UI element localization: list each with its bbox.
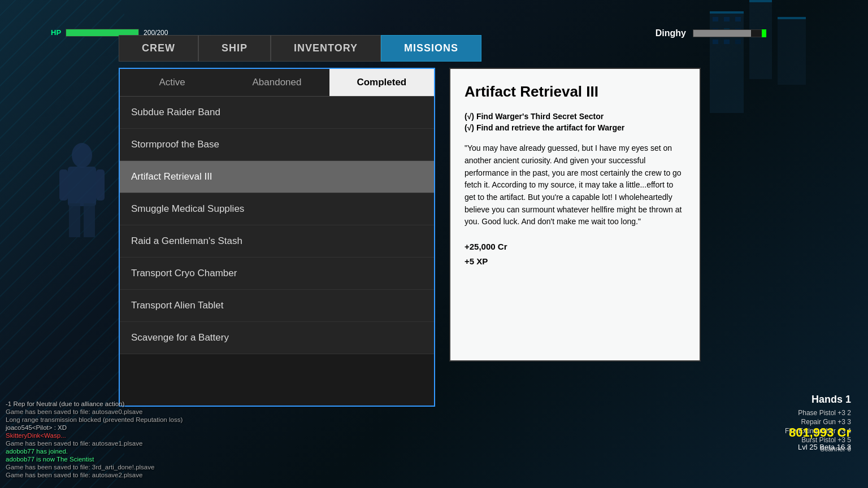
chat-line-7: adobob77 has joined. — [6, 448, 209, 455]
hands-title: Hands 1 — [785, 394, 851, 406]
mission-objective-2: (√) Find and retrieve the artifact for W… — [465, 123, 685, 132]
missions-panel: Active Abandoned Completed Subdue Raider… — [119, 68, 435, 407]
mission-objectives: (√) Find Warger's Third Secret Sector (√… — [465, 112, 685, 132]
mission-rewards: +25,000 Cr +5 XP — [465, 239, 685, 268]
chat-line-3: Long range transmission blocked (prevent… — [6, 416, 209, 423]
mission-description: "You may have already guessed, but I hav… — [465, 142, 685, 228]
mission-objective-1: (√) Find Warger's Third Secret Sector — [465, 112, 685, 121]
tab-inventory[interactable]: INVENTORY — [271, 35, 381, 62]
player-bar-fill — [693, 30, 751, 37]
hands-item-1: Phase Pistol +3 2 — [785, 409, 851, 417]
svg-rect-2 — [778, 17, 806, 85]
mission-reward-2: +5 XP — [465, 254, 685, 269]
svg-rect-8 — [735, 17, 741, 21]
mission-item-2[interactable]: Stormproof the Base — [120, 129, 434, 161]
tab-crew[interactable]: CREW — [119, 35, 198, 62]
mission-item-8[interactable]: Scavenge for a Battery — [120, 322, 434, 354]
player-bar-accent — [762, 29, 766, 37]
chat-line-6: Game has been saved to file: autosave1.p… — [6, 440, 209, 447]
svg-rect-0 — [710, 11, 744, 113]
svg-point-15 — [72, 143, 92, 168]
chat-line-4: joaco545<Pilot> : XD — [6, 424, 209, 431]
mission-list[interactable]: Subdue Raider Band Stormproof the Base A… — [120, 97, 434, 402]
credits-display: 801,993 Cr — [789, 425, 851, 440]
svg-rect-20 — [96, 169, 105, 201]
subtab-active[interactable]: Active — [120, 69, 224, 96]
subtab-abandoned[interactable]: Abandoned — [224, 69, 329, 96]
nav-tabs: CREW SHIP INVENTORY MISSIONS — [119, 35, 481, 62]
svg-rect-16 — [68, 167, 96, 206]
subtab-completed[interactable]: Completed — [329, 69, 434, 96]
mission-detail-panel: Artifact Retrieval III (√) Find Warger's… — [449, 68, 701, 361]
player-bar — [693, 29, 766, 37]
chat-line-2: Game has been saved to file: autosave0.p… — [6, 408, 209, 415]
svg-rect-1 — [749, 0, 772, 79]
chat-line-9: Game has been saved to file: 3rd_arti_do… — [6, 464, 209, 470]
tab-ship[interactable]: SHIP — [198, 35, 271, 62]
svg-rect-5 — [778, 17, 806, 19]
mission-item-7[interactable]: Transport Alien Tablet — [120, 290, 434, 322]
svg-rect-12 — [713, 40, 718, 44]
level-display: Lvl 25 Beta 16.3 — [798, 443, 851, 451]
building-decoration — [698, 0, 811, 113]
chat-line-5: SkitteryDink<Wasp... — [6, 432, 209, 439]
mission-detail-title: Artifact Retrieval III — [465, 83, 685, 101]
mission-item-6[interactable]: Transport Cryo Chamber — [120, 258, 434, 290]
svg-rect-14 — [735, 40, 741, 44]
chat-log: -1 Rep for Neutral (due to alliance acti… — [0, 398, 215, 482]
svg-rect-13 — [724, 40, 730, 44]
svg-rect-6 — [713, 17, 718, 21]
mission-item-4[interactable]: Smuggle Medical Supplies — [120, 193, 434, 225]
chat-line-1: -1 Rep for Neutral (due to alliance acti… — [6, 400, 209, 407]
tab-missions[interactable]: MISSIONS — [381, 35, 481, 62]
character-silhouette — [57, 141, 107, 254]
chat-line-8: adobob77 is now The Scientist — [6, 456, 209, 463]
svg-rect-18 — [84, 203, 95, 237]
chat-line-10: Game has been saved to file: autosave2.p… — [6, 472, 209, 478]
hands-item-2: Repair Gun +3 3 — [785, 418, 851, 426]
subtabs: Active Abandoned Completed — [120, 69, 434, 97]
player-info: Dinghy — [656, 28, 766, 38]
mission-item-3[interactable]: Artifact Retrieval III — [120, 161, 434, 193]
svg-rect-3 — [710, 11, 744, 14]
svg-rect-7 — [724, 17, 730, 21]
hp-label: HP — [51, 28, 61, 37]
mission-item-1[interactable]: Subdue Raider Band — [120, 97, 434, 129]
svg-rect-17 — [69, 203, 80, 237]
player-name: Dinghy — [656, 28, 686, 38]
svg-rect-4 — [749, 0, 772, 2]
mission-item-5[interactable]: Raid a Gentleman's Stash — [120, 225, 434, 258]
mission-reward-1: +25,000 Cr — [465, 239, 685, 254]
svg-rect-19 — [59, 169, 68, 201]
